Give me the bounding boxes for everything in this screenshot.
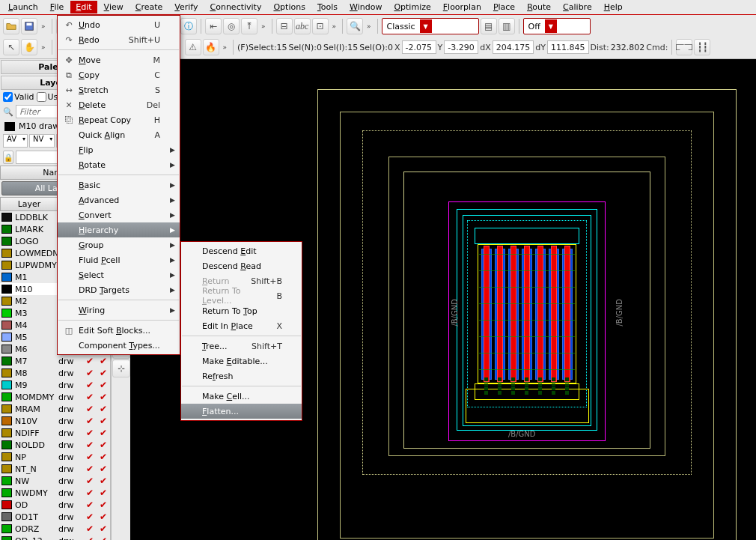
layer-visible-check[interactable]: ✔ <box>83 488 97 498</box>
equalize-button[interactable]: ┇┇ <box>694 39 710 55</box>
menu-item-move[interactable]: ✥MoveM <box>58 52 180 67</box>
target-button[interactable]: ◎ <box>223 18 240 34</box>
drc-check-button[interactable]: ⚠ <box>185 39 201 55</box>
toolbar2-more-1[interactable]: » <box>39 43 48 51</box>
layer-row[interactable]: OD_12drw✔✔ <box>0 535 110 540</box>
menu-route[interactable]: Route <box>522 1 556 13</box>
menu-launch[interactable]: Launch <box>3 1 43 13</box>
menu-item-component-types[interactable]: Component Types... <box>58 338 180 353</box>
layer-selectable-check[interactable]: ✔ <box>97 416 110 426</box>
menu-item-edit-in-place[interactable]: Edit In PlaceX <box>181 318 302 333</box>
layer-row[interactable]: NWdrw✔✔ <box>0 475 110 487</box>
menu-item-group[interactable]: Group▶ <box>58 237 180 252</box>
hand-tool[interactable]: ✋ <box>21 39 37 55</box>
highlight-combo[interactable]: Off ▼ <box>523 18 591 34</box>
menu-item-stretch[interactable]: ↔StretchS <box>58 82 180 97</box>
layer-visible-check[interactable]: ✔ <box>83 536 97 540</box>
layer-visible-check[interactable]: ✔ <box>83 524 97 534</box>
menu-item-return-to-top[interactable]: Return To Top <box>181 303 302 318</box>
menu-item-flatten[interactable]: Flatten... <box>181 404 302 419</box>
layer-row[interactable]: ODdrw✔✔ <box>0 499 110 511</box>
menu-item-undo[interactable]: ↶UndoU <box>58 17 180 32</box>
menu-item-fluid-pcell[interactable]: Fluid Pcell▶ <box>58 252 180 267</box>
layer-visible-check[interactable]: ✔ <box>83 380 97 390</box>
layer-visible-check[interactable]: ✔ <box>83 440 97 450</box>
menu-item-refresh[interactable]: Refresh <box>181 368 302 383</box>
menu-item-convert[interactable]: Convert▶ <box>58 207 180 222</box>
layer-row[interactable]: N10Vdrw✔✔ <box>0 415 110 427</box>
menu-help[interactable]: Help <box>599 1 628 13</box>
via-button[interactable]: ⊡ <box>312 18 329 34</box>
layer-visible-check[interactable]: ✔ <box>83 392 97 402</box>
menu-item-advanced[interactable]: Advanced▶ <box>58 192 180 207</box>
workspace-combo-arrow[interactable]: ▼ <box>420 19 432 33</box>
menu-item-copy[interactable]: ⧉CopyC <box>58 67 180 82</box>
layer-row[interactable]: ODRZdrw✔✔ <box>0 523 110 535</box>
layer-visible-check[interactable]: ✔ <box>83 452 97 462</box>
layer-row[interactable]: M7drw✔✔ <box>0 355 110 367</box>
layer-row[interactable]: NDIFFdrw✔✔ <box>0 427 110 439</box>
layer-row[interactable]: NPdrw✔✔ <box>0 451 110 463</box>
zoom-button[interactable]: 🔍 <box>347 18 363 34</box>
menu-item-edit-soft-blocks[interactable]: ◫Edit Soft Blocks... <box>58 323 180 338</box>
select-tool[interactable]: ↖ <box>3 39 19 55</box>
layer-visible-check[interactable]: ✔ <box>83 404 97 414</box>
layer-row[interactable]: M9drw✔✔ <box>0 379 110 391</box>
menu-item-repeat-copy[interactable]: ⿻Repeat CopyH <box>58 112 180 127</box>
layer-visible-check[interactable]: ✔ <box>83 500 97 510</box>
menu-item-basic[interactable]: Basic▶ <box>58 178 180 192</box>
menu-item-tree[interactable]: Tree...Shift+T <box>181 339 302 354</box>
layer-selectable-check[interactable]: ✔ <box>97 476 110 486</box>
layer-selectable-check[interactable]: ✔ <box>97 356 110 366</box>
menu-connectivity[interactable]: Connectivity <box>205 1 267 13</box>
nv-select[interactable]: NV <box>29 134 55 148</box>
menu-item-wiring[interactable]: Wiring▶ <box>58 303 180 318</box>
menu-optimize[interactable]: Optimize <box>388 1 436 13</box>
menu-item-flip[interactable]: Flip▶ <box>58 142 180 157</box>
av-select[interactable]: AV <box>3 134 28 148</box>
col-layer[interactable]: Layer <box>0 197 58 211</box>
open-button[interactable] <box>3 18 19 34</box>
layer-selectable-check[interactable]: ✔ <box>97 464 110 474</box>
layer-selectable-check[interactable]: ✔ <box>97 536 110 540</box>
layer-selectable-check[interactable]: ✔ <box>97 512 110 522</box>
menu-view[interactable]: View <box>99 1 129 13</box>
menu-place[interactable]: Place <box>488 1 520 13</box>
side-tool-16[interactable]: ⊹ <box>112 360 130 377</box>
layer-selectable-check[interactable]: ✔ <box>97 452 110 462</box>
layer-visible-check[interactable]: ✔ <box>83 464 97 474</box>
layer-selectable-check[interactable]: ✔ <box>97 368 110 378</box>
menu-item-select[interactable]: Select▶ <box>58 267 180 282</box>
toolbar-more-5[interactable]: » <box>365 22 374 30</box>
info-button[interactable]: ⓘ <box>180 18 197 34</box>
menu-item-make-editable[interactable]: Make Editable... <box>181 354 302 368</box>
valid-checkbox[interactable]: Valid <box>3 92 34 102</box>
toolbar2-more-2[interactable]: » <box>221 43 230 51</box>
layer-visible-check[interactable]: ✔ <box>83 416 97 426</box>
menu-tools[interactable]: Tools <box>312 1 343 13</box>
layer-row[interactable]: NOLDDdrw✔✔ <box>0 439 110 451</box>
abut-button[interactable]: ⫍⫎ <box>676 39 692 55</box>
menu-window[interactable]: Window <box>344 1 387 13</box>
drc-fire-button[interactable]: 🔥 <box>203 39 219 55</box>
toolbar-more-1[interactable]: » <box>39 22 48 30</box>
layer-visible-check[interactable]: ✔ <box>83 356 97 366</box>
layer-selectable-check[interactable]: ✔ <box>97 380 110 390</box>
menu-item-drd-targets[interactable]: DRD Targets▶ <box>58 282 180 297</box>
layer-visible-check[interactable]: ✔ <box>83 428 97 438</box>
align-left-button[interactable]: ⇤ <box>205 18 222 34</box>
align-top-button[interactable]: ⤒ <box>241 18 257 34</box>
toolbar-more-3[interactable]: » <box>259 22 268 30</box>
menu-edit[interactable]: Edit <box>70 1 97 13</box>
menu-item-hierarchy[interactable]: Hierarchy▶ <box>58 222 180 237</box>
layer-visible-check[interactable]: ✔ <box>83 368 97 378</box>
save-button[interactable] <box>21 18 37 34</box>
menu-item-delete[interactable]: ✕DeleteDel <box>58 97 180 112</box>
pin-button[interactable]: ⊟ <box>276 18 293 34</box>
menu-item-descend-edit[interactable]: Descend Edit <box>181 243 302 258</box>
layer-row[interactable]: MRAMdrw✔✔ <box>0 403 110 415</box>
layer-row[interactable]: NWDMYdrw✔✔ <box>0 487 110 499</box>
layer-visible-check[interactable]: ✔ <box>83 512 97 522</box>
layer-selectable-check[interactable]: ✔ <box>97 392 110 402</box>
menu-item-make-cell[interactable]: Make Cell... <box>181 389 302 404</box>
